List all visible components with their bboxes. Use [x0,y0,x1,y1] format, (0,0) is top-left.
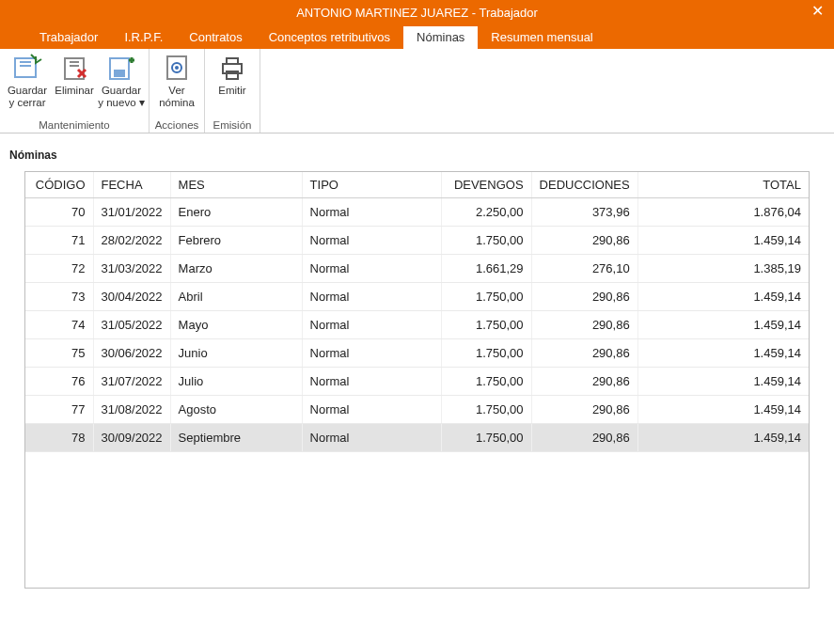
table-row[interactable]: 7631/07/2022JulioNormal1.750,00290,861.4… [25,368,809,396]
cell-devengos: 1.750,00 [441,227,531,255]
cell-mes: Agosto [170,396,302,424]
tab-contratos[interactable]: Contratos [176,26,255,49]
cell-tipo: Normal [302,227,441,255]
ribbon-eliminar-button[interactable]: Eliminar [51,51,98,118]
col-codigo[interactable]: CÓDIGO [25,172,93,198]
cell-codigo: 78 [25,424,93,452]
cell-tipo: Normal [302,368,441,396]
cell-codigo: 70 [25,198,93,227]
table-row[interactable]: 7128/02/2022FebreroNormal1.750,00290,861… [25,227,809,255]
table-row[interactable]: 7330/04/2022AbrilNormal1.750,00290,861.4… [25,283,809,311]
delete-icon [59,53,89,83]
payroll-grid[interactable]: CÓDIGO FECHA MES TIPO DEVENGOS DEDUCCION… [24,171,810,589]
cell-fecha: 30/06/2022 [93,339,170,368]
ribbon-group-mantenimiento: Guardary cerrar Eliminar Guardary nuevo … [0,49,149,133]
cell-total: 1.459,14 [637,396,809,424]
cell-deducciones: 290,86 [531,227,637,255]
cell-codigo: 72 [25,255,93,283]
cell-codigo: 74 [25,311,93,339]
ribbon-btn-label2: y cerrar [9,97,46,109]
cell-devengos: 1.661,29 [441,255,531,283]
cell-tipo: Normal [302,255,441,283]
ribbon-emitir-button[interactable]: Emitir [209,51,256,118]
cell-total: 1.459,14 [637,339,809,368]
window-title: ANTONIO MARTINEZ JUAREZ - Trabajador [296,6,538,20]
cell-codigo: 75 [25,339,93,368]
close-icon[interactable]: ✕ [808,2,826,20]
cell-fecha: 30/04/2022 [93,283,170,311]
cell-tipo: Normal [302,424,441,452]
table-header-row: CÓDIGO FECHA MES TIPO DEVENGOS DEDUCCION… [25,172,809,198]
cell-tipo: Normal [302,396,441,424]
table-row[interactable]: 7830/09/2022SeptiembreNormal1.750,00290,… [25,424,809,452]
print-icon [217,53,247,83]
svg-rect-17 [227,58,238,64]
cell-fecha: 30/09/2022 [93,424,170,452]
cell-fecha: 31/08/2022 [93,396,170,424]
cell-mes: Enero [170,198,302,227]
save-close-icon [12,53,42,83]
cell-devengos: 1.750,00 [441,368,531,396]
cell-mes: Mayo [170,311,302,339]
cell-tipo: Normal [302,198,441,227]
cell-mes: Febrero [170,227,302,255]
cell-codigo: 73 [25,283,93,311]
cell-devengos: 1.750,00 [441,283,531,311]
cell-mes: Julio [170,368,302,396]
cell-deducciones: 290,86 [531,368,637,396]
cell-fecha: 31/03/2022 [93,255,170,283]
cell-total: 1.385,19 [637,255,809,283]
tab-trabajador[interactable]: Trabajador [26,26,111,49]
cell-codigo: 71 [25,227,93,255]
cell-deducciones: 290,86 [531,339,637,368]
cell-total: 1.459,14 [637,227,809,255]
ribbon-btn-label1: Eliminar [55,85,94,97]
ribbon-btn-label1: Guardar [102,85,141,97]
section-label: Nóminas [0,134,834,171]
cell-devengos: 1.750,00 [441,339,531,368]
cell-devengos: 1.750,00 [441,396,531,424]
ribbon: Guardary cerrar Eliminar Guardary nuevo … [0,49,834,134]
ribbon-btn-label2: nómina [159,97,195,109]
svg-rect-10 [114,70,125,77]
ribbon-guardar-y-cerrar-button[interactable]: Guardary cerrar [4,51,51,118]
ribbon-group-label: Emisión [209,118,256,133]
preview-icon [162,53,192,83]
col-total[interactable]: TOTAL [637,172,809,198]
tab-conceptos-retributivos[interactable]: Conceptos retributivos [256,26,403,49]
col-devengos[interactable]: DEVENGOS [441,172,531,198]
cell-fecha: 31/07/2022 [93,368,170,396]
cell-codigo: 76 [25,368,93,396]
ribbon-group-acciones: VernóminaAcciones [149,49,205,133]
cell-fecha: 28/02/2022 [93,227,170,255]
col-mes[interactable]: MES [170,172,302,198]
title-bar: ANTONIO MARTINEZ JUAREZ - Trabajador ✕ [0,0,834,24]
ribbon-group-label: Acciones [153,118,200,133]
cell-tipo: Normal [302,339,441,368]
table-row[interactable]: 7530/06/2022JunioNormal1.750,00290,861.4… [25,339,809,368]
col-fecha[interactable]: FECHA [93,172,170,198]
col-tipo[interactable]: TIPO [302,172,441,198]
cell-deducciones: 290,86 [531,283,637,311]
cell-total: 1.459,14 [637,283,809,311]
tab-resumen-mensual[interactable]: Resumen mensual [478,26,606,49]
cell-deducciones: 290,86 [531,311,637,339]
col-deducciones[interactable]: DEDUCCIONES [531,172,637,198]
cell-devengos: 1.750,00 [441,311,531,339]
ribbon-guardar-y-nuevo-button[interactable]: Guardary nuevo ▾ [98,51,145,118]
cell-tipo: Normal [302,311,441,339]
table-row[interactable]: 7731/08/2022AgostoNormal1.750,00290,861.… [25,396,809,424]
tab-i-r-p-f-[interactable]: I.R.P.F. [111,26,176,49]
cell-devengos: 2.250,00 [441,198,531,227]
table-row[interactable]: 7031/01/2022EneroNormal2.250,00373,961.8… [25,198,809,227]
cell-devengos: 1.750,00 [441,424,531,452]
ribbon-ver-n-mina-button[interactable]: Vernómina [153,51,200,118]
cell-deducciones: 290,86 [531,424,637,452]
table-row[interactable]: 7431/05/2022MayoNormal1.750,00290,861.45… [25,311,809,339]
table-row[interactable]: 7231/03/2022MarzoNormal1.661,29276,101.3… [25,255,809,283]
cell-mes: Abril [170,283,302,311]
cell-total: 1.459,14 [637,311,809,339]
save-new-icon [106,53,136,83]
tab-n-minas[interactable]: Nóminas [403,26,478,49]
cell-mes: Junio [170,339,302,368]
